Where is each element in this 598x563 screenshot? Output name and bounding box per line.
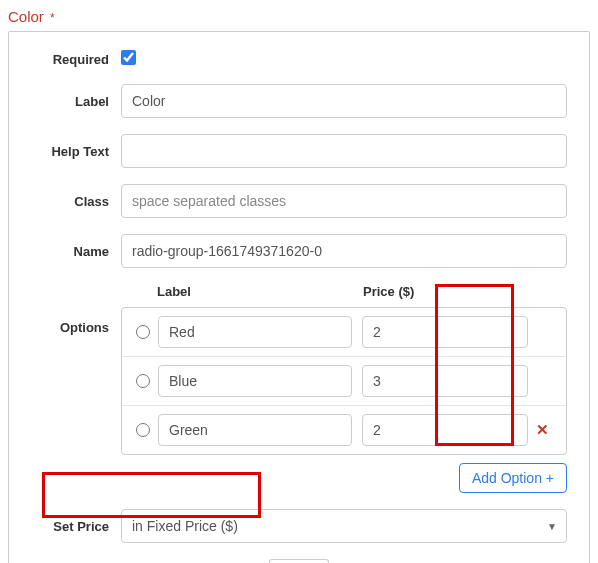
row-setprice: Set Price in Fixed Price ($) ▼ bbox=[31, 509, 567, 543]
option-label-input[interactable] bbox=[158, 316, 352, 348]
form-panel: Required Label Help Text Class Name Opti… bbox=[8, 31, 590, 563]
add-option-button[interactable]: Add Option + bbox=[459, 463, 567, 493]
row-label: Label bbox=[31, 84, 567, 118]
control-setprice: in Fixed Price ($) ▼ bbox=[121, 509, 567, 543]
col-label-header: Label bbox=[157, 284, 363, 299]
options-table: Label Price ($) bbox=[121, 284, 567, 493]
option-radio[interactable] bbox=[136, 374, 150, 388]
help-input[interactable] bbox=[121, 134, 567, 168]
required-checkbox[interactable] bbox=[121, 50, 136, 65]
label-class: Class bbox=[31, 194, 121, 209]
option-row bbox=[122, 308, 566, 357]
required-asterisk: * bbox=[50, 11, 55, 25]
row-class: Class bbox=[31, 184, 567, 218]
class-input[interactable] bbox=[121, 184, 567, 218]
options-box: ✕ bbox=[121, 307, 567, 455]
label-name: Name bbox=[31, 244, 121, 259]
row-options: Options Label Price ($) bbox=[31, 284, 567, 493]
options-header: Label Price ($) bbox=[121, 284, 567, 307]
row-required: Required bbox=[31, 50, 567, 68]
option-label-input[interactable] bbox=[158, 414, 352, 446]
label-options: Options bbox=[31, 284, 121, 335]
option-radio[interactable] bbox=[136, 423, 150, 437]
control-name bbox=[121, 234, 567, 268]
panel-title: Color * bbox=[8, 8, 590, 25]
close-wrap: Close bbox=[31, 559, 567, 563]
label-setprice: Set Price bbox=[31, 519, 121, 534]
col-radio-header bbox=[135, 284, 157, 299]
option-row: ✕ bbox=[122, 406, 566, 454]
option-price-input[interactable] bbox=[362, 365, 528, 397]
control-label bbox=[121, 84, 567, 118]
row-name: Name bbox=[31, 234, 567, 268]
option-remove-slot: ✕ bbox=[532, 421, 552, 439]
setprice-select[interactable]: in Fixed Price ($) bbox=[121, 509, 567, 543]
title-text: Color bbox=[8, 8, 44, 25]
add-option-row: Add Option + bbox=[121, 463, 567, 493]
option-row bbox=[122, 357, 566, 406]
close-button[interactable]: Close bbox=[269, 559, 330, 563]
label-required: Required bbox=[31, 52, 121, 67]
name-input[interactable] bbox=[121, 234, 567, 268]
option-label-input[interactable] bbox=[158, 365, 352, 397]
col-price-header: Price ($) bbox=[363, 284, 553, 299]
option-price-input[interactable] bbox=[362, 316, 528, 348]
label-label: Label bbox=[31, 94, 121, 109]
row-help: Help Text bbox=[31, 134, 567, 168]
control-help bbox=[121, 134, 567, 168]
option-price-input[interactable] bbox=[362, 414, 528, 446]
option-radio[interactable] bbox=[136, 325, 150, 339]
label-input[interactable] bbox=[121, 84, 567, 118]
control-class bbox=[121, 184, 567, 218]
control-required bbox=[121, 50, 567, 68]
label-help: Help Text bbox=[31, 144, 121, 159]
remove-option-icon[interactable]: ✕ bbox=[536, 421, 549, 438]
